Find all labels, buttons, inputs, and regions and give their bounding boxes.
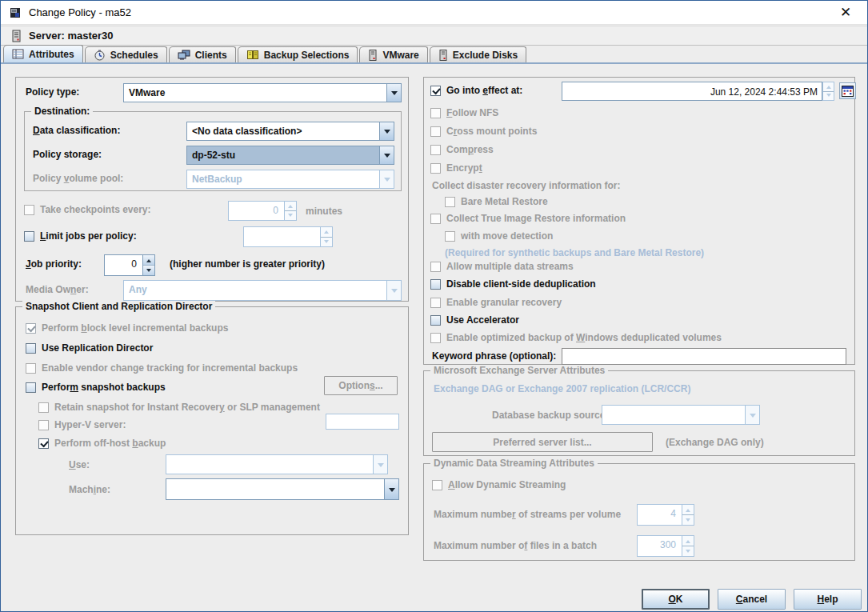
go-into-effect-checkbox[interactable]: [430, 86, 441, 96]
replication-director-row: Use Replication Director: [26, 342, 153, 354]
tab-backup-selections[interactable]: Backup Selections: [238, 46, 358, 62]
max-streams-spinner: 4: [637, 504, 694, 526]
media-owner-combo: Any: [123, 280, 402, 301]
policy-type-combo[interactable]: VMware: [123, 83, 402, 102]
chevron-down-icon[interactable]: [384, 479, 398, 499]
spinner-down-icon[interactable]: [143, 265, 154, 275]
policy-storage-combo[interactable]: dp-52-stu: [186, 146, 394, 165]
move-detection-label: with move detection: [461, 230, 553, 242]
off-host-checkbox[interactable]: [38, 438, 49, 449]
db-source-combo: [602, 405, 760, 425]
job-priority-label: Job priority:: [26, 258, 82, 270]
chevron-down-icon: [745, 406, 759, 424]
retain-snapshot-label: Retain snapshot for Instant Recovery or …: [54, 402, 320, 413]
block-level-checkbox: [26, 323, 36, 334]
close-icon[interactable]: ✕: [832, 2, 859, 24]
policy-type-label: Policy type:: [26, 86, 79, 98]
job-priority-value[interactable]: 0: [104, 254, 143, 276]
go-into-effect-row: Go into effect at:: [430, 85, 522, 96]
tab-label: Clients: [195, 50, 227, 61]
tab-schedules[interactable]: Schedules: [85, 46, 167, 62]
disable-dedup-label: Disable client-side deduplication: [446, 278, 596, 290]
follow-nfs-row: Follow NFS: [430, 107, 498, 118]
tab-exclude-disks[interactable]: Exclude Disks: [430, 46, 526, 62]
data-classification-label: Data classification:: [33, 125, 120, 136]
compress-checkbox: [430, 145, 441, 155]
window-title: Change Policy - ma52: [29, 6, 131, 18]
max-streams-value: 4: [637, 504, 682, 526]
collect-tir-label: Collect True Image Restore information: [446, 213, 626, 224]
snapshot-backups-checkbox[interactable]: [26, 382, 36, 393]
dynamic-group-title: Dynamic Data Streaming Attributes: [430, 458, 598, 469]
cross-mount-row: Cross mount points: [430, 126, 537, 137]
disable-dedup-row: Disable client-side deduplication: [430, 278, 596, 290]
cancel-button-label: Cancel: [736, 594, 767, 605]
replication-director-checkbox[interactable]: [26, 343, 36, 354]
spinner-up-icon: [682, 505, 694, 514]
multiple-streams-row: Allow multiple data streams: [430, 261, 574, 272]
follow-nfs-checkbox: [430, 108, 441, 118]
db-source-label: Database backup source:: [492, 410, 608, 421]
effect-date-field[interactable]: Jun 12, 2024 2:44:53 PM: [562, 82, 822, 101]
ok-button[interactable]: OK: [642, 589, 710, 610]
spinner-up-icon[interactable]: [823, 82, 834, 91]
calendar-button[interactable]: [839, 82, 856, 99]
chevron-down-icon[interactable]: [379, 122, 394, 140]
allow-dynamic-label: Allow Dynamic Streaming: [448, 479, 566, 490]
exclude-disks-icon: [438, 50, 448, 61]
clients-icon: [178, 50, 190, 60]
policy-storage-label: Policy storage:: [33, 149, 102, 160]
tab-clients[interactable]: Clients: [169, 46, 236, 62]
limit-jobs-spinner: [243, 226, 333, 247]
server-bar: Server: master30: [1, 26, 867, 46]
calendar-icon: [842, 86, 854, 97]
retain-snapshot-row: Retain snapshot for Instant Recovery or …: [38, 402, 320, 413]
cancel-button[interactable]: Cancel: [718, 589, 786, 610]
limit-jobs-label: Limit jobs per policy:: [40, 230, 137, 242]
spinner-up-icon[interactable]: [143, 255, 154, 265]
job-priority-spinner[interactable]: 0: [104, 254, 155, 276]
hyperv-field: [326, 414, 399, 430]
chevron-down-icon[interactable]: [379, 146, 394, 164]
attributes-right-panel: Go into effect at: Jun 12, 2024 2:44:53 …: [423, 77, 855, 365]
tab-label: Backup Selections: [264, 50, 350, 61]
machine-label: Machine:: [69, 484, 110, 495]
use-label: Use:: [69, 459, 90, 470]
hyperv-row: Hyper-V server:: [38, 419, 126, 430]
limit-jobs-checkbox[interactable]: [24, 231, 34, 242]
accelerator-checkbox[interactable]: [430, 315, 441, 326]
spinner-up-icon: [321, 227, 332, 237]
spinner-down-icon[interactable]: [823, 91, 834, 101]
media-owner-label: Media Owner:: [26, 284, 89, 295]
cross-mount-checkbox: [430, 126, 441, 137]
snapshot-group-title: Snapshot Client and Replication Director: [22, 301, 215, 312]
accelerator-row: Use Accelerator: [430, 314, 519, 326]
help-button[interactable]: Help: [794, 589, 862, 610]
granular-label: Enable granular recovery: [446, 297, 562, 308]
take-checkpoints-row: Take checkpoints every:: [24, 204, 151, 215]
bare-metal-label: Bare Metal Restore: [461, 196, 548, 207]
backup-selections-icon: [246, 50, 259, 60]
minutes-label: minutes: [306, 206, 342, 217]
tab-attributes[interactable]: Attributes: [3, 45, 83, 62]
max-files-spinner: 300: [637, 535, 694, 557]
policy-volume-pool-value: NetBackup: [187, 170, 379, 188]
hyperv-label: Hyper-V server:: [54, 419, 126, 430]
snapshot-group: Snapshot Client and Replication Director…: [15, 306, 409, 535]
keyword-field[interactable]: [562, 348, 846, 365]
data-classification-combo[interactable]: <No data classification>: [186, 122, 394, 141]
max-files-label: Maximum number of files in a batch: [434, 540, 597, 551]
effect-date-spinner[interactable]: [822, 82, 834, 101]
tab-vmware[interactable]: VMware: [359, 46, 427, 62]
encrypt-checkbox: [430, 163, 441, 174]
tab-label: Schedules: [110, 50, 158, 61]
vendor-change-label: Enable vendor change tracking for increm…: [42, 362, 298, 374]
chevron-down-icon[interactable]: [386, 84, 401, 102]
machine-combo[interactable]: [166, 478, 399, 500]
vendor-change-checkbox: [26, 363, 36, 374]
job-priority-hint: (higher number is greater priority): [170, 258, 325, 270]
disable-dedup-checkbox[interactable]: [430, 279, 441, 290]
snapshot-backups-row: Perform snapshot backups: [26, 382, 166, 393]
destination-group: Destination: Data classification: <No da…: [24, 111, 402, 191]
db-source-value: [602, 406, 745, 424]
